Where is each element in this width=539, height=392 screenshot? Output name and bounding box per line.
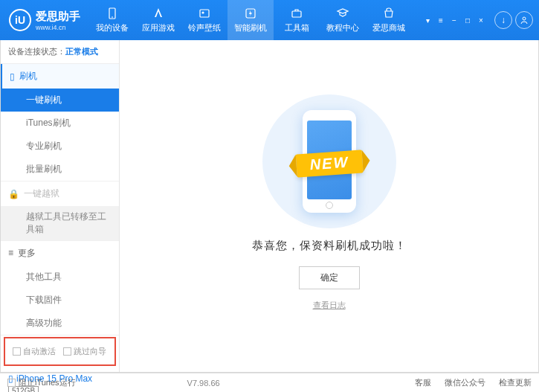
logo-icon: iU <box>9 9 31 31</box>
checkbox-block-itunes[interactable]: 阻止iTunes运行 <box>7 377 76 388</box>
flash-icon <box>244 7 257 20</box>
sidebar-item-oneclick-flash[interactable]: 一键刷机 <box>1 89 119 112</box>
logo-area: iU 爱思助手 www.i4.cn <box>0 9 89 31</box>
tab-tutorial[interactable]: 教程中心 <box>320 0 366 40</box>
sidebar-section-flash[interactable]: ▯ 刷机 <box>1 64 119 89</box>
options-row: 自动激活 跳过向导 <box>4 337 116 366</box>
app-header: iU 爱思助手 www.i4.cn 我的设备 应用游戏 铃声壁纸 智能刷机 工具… <box>0 0 539 40</box>
svg-point-3 <box>202 12 204 13</box>
lock-icon: 🔒 <box>8 189 19 199</box>
tab-store[interactable]: 爱思商城 <box>366 0 412 40</box>
svg-rect-5 <box>292 11 301 17</box>
apps-icon <box>152 7 165 20</box>
user-button[interactable] <box>515 11 533 29</box>
tab-toolbox[interactable]: 工具箱 <box>274 0 320 40</box>
device-icon <box>106 7 119 20</box>
sidebar-item-itunes-flash[interactable]: iTunes刷机 <box>1 112 119 135</box>
footer-link-update[interactable]: 检查更新 <box>499 377 532 388</box>
checkbox-skip-setup[interactable]: 跳过向导 <box>63 346 106 357</box>
sidebar-item-other-tools[interactable]: 其他工具 <box>1 266 119 289</box>
svg-point-6 <box>523 17 526 20</box>
sidebar-item-batch-flash[interactable]: 批量刷机 <box>1 158 119 181</box>
app-title: 爱思助手 <box>36 10 80 24</box>
view-log-link[interactable]: 查看日志 <box>313 300 346 311</box>
sidebar-item-download-firmware[interactable]: 下载固件 <box>1 289 119 312</box>
device-status: 设备连接状态：正常模式 <box>1 40 119 64</box>
jailbreak-moved-note: 越狱工具已转移至工具箱 <box>1 206 119 240</box>
footer-link-wechat[interactable]: 微信公众号 <box>445 377 485 388</box>
toolbox-icon <box>290 7 303 20</box>
header-controls: ▾ ≡ − □ × ↓ <box>416 11 539 29</box>
new-banner: NEW <box>295 150 363 178</box>
sidebar-item-advanced[interactable]: 高级功能 <box>1 312 119 335</box>
nav-tabs: 我的设备 应用游戏 铃声壁纸 智能刷机 工具箱 教程中心 爱思商城 <box>89 0 416 40</box>
tutorial-icon <box>336 7 349 20</box>
tab-wallpaper[interactable]: 铃声壁纸 <box>181 0 227 40</box>
download-button[interactable]: ↓ <box>494 11 512 29</box>
skin-icon[interactable]: ≡ <box>435 14 447 26</box>
ok-button[interactable]: 确定 <box>299 266 360 289</box>
main-content: NEW 恭喜您，保资料刷机成功啦！ 确定 查看日志 <box>120 40 538 372</box>
tab-apps[interactable]: 应用游戏 <box>135 0 181 40</box>
version-label: V7.98.66 <box>187 379 220 388</box>
close-icon[interactable]: × <box>475 14 487 26</box>
phone-icon: ▯ <box>10 71 15 82</box>
sidebar-section-jailbreak: 🔒 一键越狱 <box>1 181 119 206</box>
wallpaper-icon <box>198 7 211 20</box>
sidebar-section-more[interactable]: ≡ 更多 <box>1 241 119 266</box>
menu-lines-icon: ≡ <box>8 248 13 258</box>
sidebar: 设备连接状态：正常模式 ▯ 刷机 一键刷机 iTunes刷机 专业刷机 批量刷机… <box>1 40 120 372</box>
app-subtitle: www.i4.cn <box>36 24 80 31</box>
checkbox-auto-activate[interactable]: 自动激活 <box>13 346 56 357</box>
svg-rect-2 <box>200 10 209 17</box>
minimize-icon[interactable]: − <box>448 14 460 26</box>
menu-icon[interactable]: ▾ <box>422 14 433 26</box>
footer-link-support[interactable]: 客服 <box>415 377 431 388</box>
store-icon <box>382 7 396 20</box>
sidebar-item-pro-flash[interactable]: 专业刷机 <box>1 135 119 158</box>
tab-my-device[interactable]: 我的设备 <box>89 0 135 40</box>
tab-flash[interactable]: 智能刷机 <box>227 0 274 40</box>
maximize-icon[interactable]: □ <box>462 14 474 26</box>
success-message: 恭喜您，保资料刷机成功啦！ <box>252 239 407 253</box>
success-illustration: NEW <box>262 94 396 228</box>
